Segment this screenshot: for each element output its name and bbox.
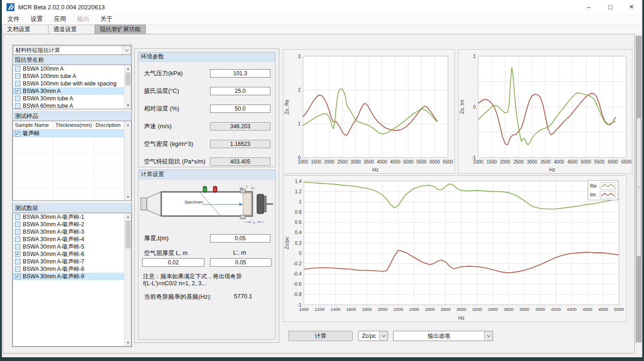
checkbox-checked[interactable]: ✓ bbox=[15, 131, 20, 137]
environment-header: 环境参数 bbox=[138, 53, 275, 62]
svg-text:6000: 6000 bbox=[430, 159, 440, 164]
list-item[interactable]: ✓BSWA 30mm A bbox=[13, 87, 124, 95]
checkbox-unchecked[interactable] bbox=[15, 244, 20, 249]
minimize-icon: – bbox=[587, 3, 591, 11]
checkbox-checked[interactable]: ✓ bbox=[15, 251, 20, 257]
list-item[interactable]: BSWA 30mm A-吸声棉-8 bbox=[13, 265, 124, 273]
menu-item-1[interactable]: 设置 bbox=[25, 14, 48, 24]
list-item[interactable]: BSWA 30mm A-吸声棉-1 bbox=[13, 213, 124, 221]
sample-table-scrollbar[interactable]: ▲ ▼ bbox=[124, 121, 131, 200]
list-item[interactable]: BSWA 30mm A-吸声棉-3 bbox=[13, 228, 124, 236]
svg-text:4600: 4600 bbox=[583, 307, 592, 312]
chevron-down-icon[interactable] bbox=[484, 331, 493, 341]
tab-2[interactable]: 阻抗管扩展功能 bbox=[95, 25, 146, 34]
title-bar: MCR Beta 2.02.0.004 20220613 – × bbox=[2, 0, 642, 14]
checkbox-unchecked[interactable] bbox=[15, 229, 20, 235]
checkbox-checked[interactable]: ✓ bbox=[15, 88, 20, 94]
svg-text:2400: 2400 bbox=[409, 307, 419, 312]
base-frequency-value: 5770.1 bbox=[234, 293, 252, 301]
svg-text:0.6: 0.6 bbox=[295, 219, 302, 225]
scrollbar-thumb[interactable] bbox=[125, 221, 131, 249]
chart-zc: 1000120014001600180020002200240026002800… bbox=[283, 176, 626, 322]
checkbox-unchecked[interactable] bbox=[15, 266, 20, 272]
svg-text:1: 1 bbox=[299, 199, 302, 204]
checkbox-checked[interactable]: ✓ bbox=[15, 274, 20, 279]
list-item-label: BSWA 30mm tube A bbox=[23, 95, 73, 102]
triangle-up-icon[interactable]: ▲ bbox=[125, 65, 131, 72]
list-item[interactable]: ✓BSWA 30mm A-吸声棉-9 bbox=[13, 273, 124, 280]
checkbox-unchecked[interactable] bbox=[15, 73, 20, 79]
env-field-input[interactable] bbox=[210, 87, 270, 95]
air-layer-input[interactable] bbox=[142, 258, 204, 267]
svg-text:0.4: 0.4 bbox=[295, 230, 302, 235]
sample-table: Sample NameThickness(mm)Discription✓吸声棉 … bbox=[13, 121, 131, 201]
tube-list-scrollbar[interactable]: ▲ ▼ bbox=[124, 65, 131, 109]
checkbox-unchecked[interactable] bbox=[15, 103, 20, 109]
triangle-up-icon[interactable]: ▲ bbox=[125, 121, 131, 128]
checkbox-unchecked[interactable] bbox=[15, 81, 20, 86]
list-item[interactable]: BSWA 100mm A bbox=[13, 65, 124, 72]
list-item[interactable]: BSWA 30mm A-吸声棉-5 bbox=[13, 243, 124, 250]
thickness-label: 厚度,t(m) bbox=[144, 234, 210, 243]
svg-text:4000: 4000 bbox=[554, 159, 565, 164]
splitter-handle[interactable]: ‹ bbox=[636, 118, 641, 257]
list-item[interactable]: BSWA 30mm A-吸声棉-7 bbox=[13, 258, 124, 265]
triangle-down-icon[interactable]: ▼ bbox=[125, 193, 131, 200]
tab-1[interactable]: 通道设置 bbox=[48, 25, 95, 34]
scrollbar-thumb[interactable] bbox=[125, 72, 131, 85]
env-field-input[interactable] bbox=[210, 105, 270, 113]
checkbox-unchecked[interactable] bbox=[15, 259, 20, 264]
legend-entry: Im bbox=[590, 191, 616, 198]
column-header-2[interactable]: Discription bbox=[94, 121, 124, 129]
menu-item-0[interactable]: 文件 bbox=[2, 14, 25, 24]
checkbox-unchecked[interactable] bbox=[15, 222, 20, 227]
column-header-1[interactable]: Thickness(mm) bbox=[53, 121, 94, 129]
list-item[interactable]: BSWA 30mm tube A bbox=[13, 95, 124, 102]
list-item[interactable]: BSWA 30mm A-吸声棉-2 bbox=[13, 221, 124, 228]
chevron-down-icon[interactable] bbox=[379, 331, 388, 341]
triangle-up-icon[interactable]: ▲ bbox=[125, 213, 131, 220]
svg-text:3600: 3600 bbox=[504, 307, 513, 312]
calculate-button[interactable]: 计算 bbox=[289, 331, 353, 341]
thickness-input[interactable] bbox=[210, 234, 270, 243]
menu-item-2[interactable]: 应用 bbox=[48, 14, 72, 24]
data-list-scrollbar[interactable]: ▲ ▼ bbox=[124, 213, 131, 346]
close-icon: × bbox=[629, 2, 634, 12]
chart-zs-im: 1000150020002500300035004000450050005500… bbox=[459, 50, 632, 173]
checkbox-unchecked[interactable] bbox=[15, 214, 20, 220]
lprime-input[interactable] bbox=[210, 258, 271, 267]
table-row[interactable]: ✓吸声棉 bbox=[13, 130, 124, 138]
env-field-label: 摄氏温度(°C) bbox=[144, 87, 210, 95]
close-button[interactable]: × bbox=[621, 0, 642, 14]
svg-text:6000: 6000 bbox=[608, 159, 618, 164]
list-item[interactable]: ✓BSWA 30mm A-吸声棉-6 bbox=[13, 250, 124, 258]
menu-item-4[interactable]: 关于 bbox=[95, 14, 118, 24]
list-item[interactable]: BSWA 100mm tube A bbox=[13, 72, 124, 80]
maximize-button[interactable] bbox=[599, 0, 621, 14]
checkbox-unchecked[interactable] bbox=[15, 96, 20, 101]
env-field-input[interactable] bbox=[210, 69, 270, 78]
checkbox-unchecked[interactable] bbox=[15, 236, 20, 242]
calculation-mode-select[interactable]: 材料特征阻抗计算 bbox=[13, 46, 131, 55]
list-item[interactable]: BSWA 60mm tube A bbox=[13, 102, 124, 109]
svg-text:2500: 2500 bbox=[337, 159, 348, 164]
list-item[interactable]: BSWA 30mm A-吸声棉-4 bbox=[13, 236, 124, 243]
list-item[interactable]: BSWA 100mm tube with wide spacing bbox=[13, 80, 124, 87]
unit-select[interactable]: Zc/ρc bbox=[358, 331, 388, 341]
triangle-down-icon[interactable]: ▼ bbox=[125, 102, 131, 109]
checkbox-unchecked[interactable] bbox=[15, 66, 20, 72]
output-options-select[interactable]: 输出选项 bbox=[393, 331, 493, 341]
svg-text:4000: 4000 bbox=[535, 307, 545, 312]
minimize-button[interactable]: – bbox=[578, 0, 599, 14]
chevron-down-icon[interactable] bbox=[122, 46, 131, 54]
column-header-0[interactable]: Sample Name bbox=[13, 121, 53, 129]
list-item-label: BSWA 30mm A-吸声棉-3 bbox=[23, 228, 84, 236]
tab-0[interactable]: 文档设置 bbox=[2, 25, 48, 34]
svg-text:1000: 1000 bbox=[299, 307, 309, 312]
legend-label: Im bbox=[590, 192, 598, 197]
svg-text:3800: 3800 bbox=[519, 307, 529, 312]
svg-text:3200: 3200 bbox=[472, 307, 482, 312]
env-field-input bbox=[210, 158, 270, 166]
triangle-down-icon[interactable]: ▼ bbox=[125, 339, 131, 346]
svg-text:5500: 5500 bbox=[416, 159, 427, 164]
